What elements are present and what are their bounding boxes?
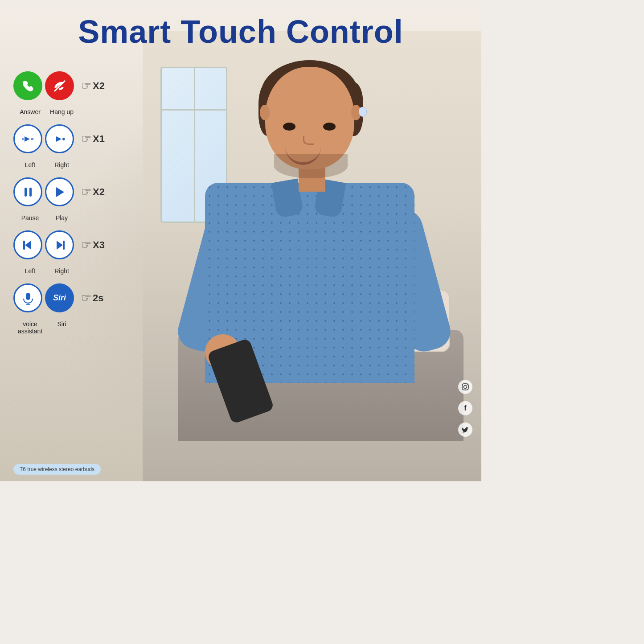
- eye-right: [323, 123, 336, 131]
- vol-down-label: Left: [16, 161, 45, 168]
- twitter-icon[interactable]: [458, 422, 472, 437]
- playback-icons-group: ☞ X2: [13, 177, 105, 206]
- hangup-label: Hang up: [47, 108, 76, 115]
- touch-count-play: X2: [93, 186, 105, 198]
- hangup-icon: [45, 71, 74, 100]
- prev-label: Left: [16, 267, 45, 275]
- touch-count-assistant: 2s: [93, 292, 103, 304]
- assistant-control-row: Siri ☞ 2s: [13, 283, 152, 312]
- volume-control-row: ☞ X1: [13, 124, 152, 153]
- pause-icon: [13, 177, 42, 206]
- person-figure: [178, 40, 464, 441]
- person-photo-area: [143, 31, 481, 481]
- page-title: Smart Touch Control: [0, 13, 481, 50]
- beard: [274, 154, 348, 178]
- ear-left: [260, 105, 270, 120]
- play-icon: [45, 177, 74, 206]
- assistant-touch-indicator: ☞ 2s: [81, 291, 103, 305]
- siri-icon: Siri: [45, 283, 74, 312]
- social-icons-group: f: [458, 380, 472, 437]
- siri-label: Siri: [47, 320, 76, 335]
- product-label: T6 true wireless stereo earbuds: [13, 464, 101, 475]
- facebook-icon[interactable]: f: [458, 401, 472, 415]
- svg-marker-11: [25, 241, 31, 250]
- call-icons-group: ☞ X2: [13, 71, 105, 100]
- svg-marker-13: [57, 241, 63, 250]
- touch-hand-call: ☞: [81, 79, 91, 93]
- svg-point-18: [464, 386, 467, 389]
- eye-left: [283, 123, 295, 131]
- svg-rect-10: [23, 241, 25, 250]
- svg-marker-9: [56, 187, 64, 197]
- call-labels: Answer Hang up: [13, 108, 152, 115]
- call-touch-indicator: ☞ X2: [81, 79, 105, 93]
- siri-text: Siri: [53, 293, 66, 303]
- svg-point-19: [467, 385, 468, 386]
- playback-control-row: ☞ X2: [13, 177, 152, 206]
- track-touch-indicator: ☞ X3: [81, 238, 105, 252]
- svg-rect-12: [63, 241, 65, 250]
- touch-hand-assistant: ☞: [81, 291, 91, 305]
- track-icons-group: ☞ X3: [13, 230, 105, 259]
- voice-icon: [13, 283, 42, 312]
- voice-assistant-label: voice assistant: [16, 320, 45, 335]
- assistant-icons-group: Siri ☞ 2s: [13, 283, 103, 312]
- earbud-in-ear: [359, 107, 367, 117]
- svg-rect-14: [26, 293, 30, 300]
- touch-count-track: X3: [93, 239, 105, 251]
- svg-rect-7: [25, 188, 27, 197]
- nose: [303, 136, 314, 145]
- touch-count-call: X2: [93, 80, 105, 92]
- controls-panel: ☞ X2 Answer Hang up: [13, 71, 152, 344]
- playback-labels: Pause Play: [13, 214, 152, 222]
- volume-icons-group: ☞ X1: [13, 124, 105, 153]
- main-container: Smart Touch Control ☞ X2: [0, 0, 481, 481]
- svg-marker-1: [25, 136, 30, 142]
- touch-hand-vol: ☞: [81, 132, 91, 146]
- vol-down-icon: [13, 124, 42, 153]
- touch-hand-play: ☞: [81, 185, 91, 199]
- vol-up-icon: [45, 124, 74, 153]
- pause-label: Pause: [16, 214, 45, 222]
- play-label: Play: [47, 214, 76, 222]
- vol-up-label: Right: [47, 161, 76, 168]
- answer-label: Answer: [16, 108, 45, 115]
- instagram-icon[interactable]: [458, 380, 472, 394]
- next-label: Right: [47, 267, 76, 275]
- next-track-icon: [45, 230, 74, 259]
- volume-touch-indicator: ☞ X1: [81, 132, 105, 146]
- touch-count-vol: X1: [93, 133, 105, 145]
- svg-marker-4: [56, 136, 62, 142]
- answer-icon: [13, 71, 42, 100]
- call-control-row: ☞ X2: [13, 71, 152, 100]
- volume-labels: Left Right: [13, 161, 152, 168]
- track-labels: Left Right: [13, 267, 152, 275]
- playback-touch-indicator: ☞ X2: [81, 185, 105, 199]
- touch-hand-track: ☞: [81, 238, 91, 252]
- svg-rect-8: [29, 188, 32, 197]
- prev-track-icon: [13, 230, 42, 259]
- assistant-labels: voice assistant Siri: [13, 320, 152, 335]
- track-control-row: ☞ X3: [13, 230, 152, 259]
